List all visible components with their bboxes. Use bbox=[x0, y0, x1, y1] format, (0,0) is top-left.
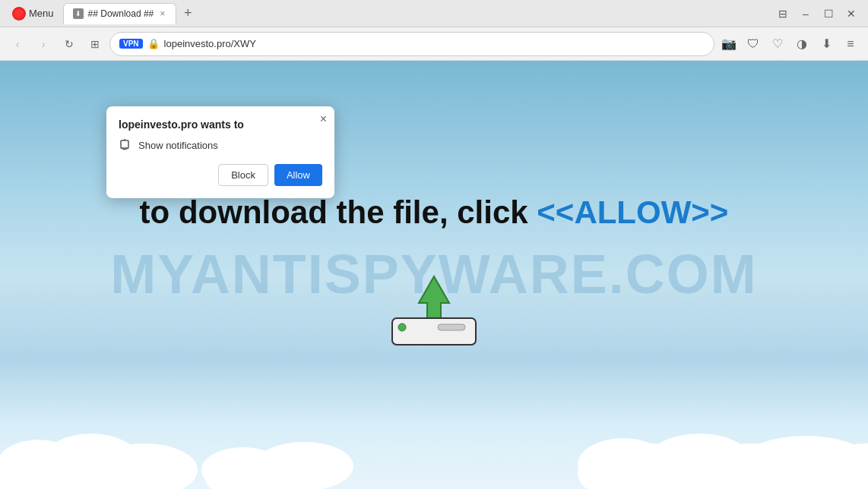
svg-point-5 bbox=[398, 323, 406, 331]
menu-label: Menu bbox=[29, 8, 54, 19]
reload-button[interactable]: ↻ bbox=[58, 33, 81, 55]
close-button[interactable]: ✕ bbox=[841, 3, 862, 24]
svg-rect-3 bbox=[392, 318, 476, 345]
address-bar[interactable]: VPN 🔒 lopeinvesto.pro/XWY bbox=[109, 32, 714, 56]
tab-favicon: ⬇ bbox=[73, 8, 84, 19]
svg-marker-2 bbox=[419, 276, 449, 318]
block-button[interactable]: Block bbox=[218, 164, 268, 186]
shield-button[interactable]: 🛡 bbox=[742, 33, 765, 55]
popup-close-button[interactable]: × bbox=[320, 112, 327, 126]
svg-rect-4 bbox=[438, 324, 465, 330]
main-text-highlight: <<ALLOW>> bbox=[537, 194, 728, 230]
lock-icon: 🔒 bbox=[147, 38, 160, 49]
main-text-prefix: to download the file, click bbox=[140, 194, 537, 230]
title-bar-controls: ⊟ – ☐ ✕ bbox=[772, 3, 862, 24]
tab-close-button[interactable]: × bbox=[158, 8, 166, 19]
page-content: MYANTISPYWARE.COM × lopeinvesto.pro want… bbox=[0, 61, 868, 489]
permission-popup: × lopeinvesto.pro wants to Show notifica… bbox=[106, 106, 334, 198]
clouds-bottom bbox=[0, 398, 868, 489]
opera-menu-button[interactable]: Menu bbox=[6, 4, 60, 24]
notification-label: Show notifications bbox=[138, 140, 218, 151]
forward-button[interactable]: › bbox=[32, 33, 55, 55]
title-bar: Menu ⬇ ## Download ## × + ⊟ – ☐ ✕ bbox=[0, 0, 868, 27]
tabs-button[interactable]: ⊞ bbox=[84, 33, 106, 55]
allow-button[interactable]: Allow bbox=[274, 164, 322, 186]
notification-icon bbox=[119, 138, 132, 152]
nav-bar: ‹ › ↻ ⊞ VPN 🔒 lopeinvesto.pro/XWY 📷 🛡 ♡ … bbox=[0, 27, 868, 61]
tabs-area: ⬇ ## Download ## × + bbox=[63, 3, 769, 24]
popup-notification-item: Show notifications bbox=[119, 138, 322, 152]
tab-title: ## Download ## bbox=[88, 8, 154, 19]
maximize-button[interactable]: ☐ bbox=[818, 3, 839, 24]
new-tab-button[interactable]: + bbox=[178, 4, 198, 24]
download-button[interactable]: ⬇ bbox=[815, 33, 838, 55]
main-menu-button[interactable]: ≡ bbox=[839, 33, 862, 55]
opera-logo-icon bbox=[12, 7, 26, 21]
toolbar-right: 📷 🛡 ♡ ◑ ⬇ ≡ bbox=[718, 33, 862, 55]
heart-button[interactable]: ♡ bbox=[766, 33, 789, 55]
active-tab[interactable]: ⬇ ## Download ## × bbox=[63, 3, 177, 24]
popup-actions: Block Allow bbox=[119, 164, 322, 186]
stack-windows-button[interactable]: ⊟ bbox=[772, 3, 794, 24]
download-illustration bbox=[381, 261, 487, 355]
theme-button[interactable]: ◑ bbox=[790, 33, 813, 55]
main-page-text: to download the file, click <<ALLOW>> bbox=[140, 194, 729, 231]
browser-window: Menu ⬇ ## Download ## × + ⊟ – ☐ ✕ ‹ › ↻ … bbox=[0, 0, 868, 489]
back-button[interactable]: ‹ bbox=[6, 33, 29, 55]
vpn-badge: VPN bbox=[119, 39, 143, 49]
camera-button[interactable]: 📷 bbox=[718, 33, 740, 55]
url-text: lopeinvesto.pro/XWY bbox=[164, 38, 705, 49]
minimize-button[interactable]: – bbox=[795, 3, 816, 24]
svg-point-12 bbox=[255, 442, 353, 489]
svg-rect-0 bbox=[121, 140, 128, 148]
popup-title: lopeinvesto.pro wants to bbox=[119, 118, 322, 131]
